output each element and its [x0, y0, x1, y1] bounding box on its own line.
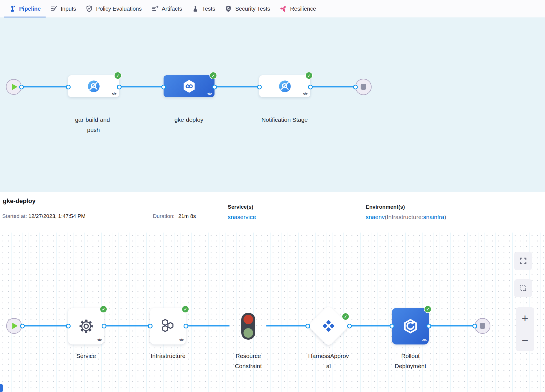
tab-security-tests-label: Security Tests [235, 6, 270, 12]
traffic-light-red [244, 315, 253, 324]
edge [266, 325, 308, 326]
step-label: Infrastructure [147, 351, 189, 361]
tab-tests-label: Tests [202, 6, 215, 12]
started-at-value: 12/27/2023, 1:47:54 PM [28, 213, 86, 219]
pipeline-icon [9, 5, 16, 12]
success-badge: ✓ [342, 313, 349, 320]
yaml-badge: </> [303, 92, 307, 96]
step-card-rollout-deployment[interactable]: </> [392, 308, 429, 344]
port [117, 85, 122, 89]
stage-card-gar-build-and-push[interactable]: </> [68, 75, 119, 97]
environments-value: snaenv(Infrastructure:snainfra) [366, 214, 446, 220]
stage-label: gke-deploy [165, 115, 213, 125]
stage-card-gke-deploy[interactable]: </> [164, 75, 215, 97]
policy-evaluations-icon [86, 5, 93, 12]
duration: Duration: 21m 8s [153, 213, 196, 219]
infrastructure-hexagons-icon [159, 317, 177, 335]
success-badge: ✓ [209, 72, 217, 79]
stage-graph-canvas[interactable] [0, 17, 545, 192]
rollout-deployment-icon [402, 318, 419, 334]
play-icon [12, 323, 18, 329]
step-label: Service [65, 351, 107, 361]
build-stage-icon [87, 80, 100, 93]
tab-tests[interactable]: Tests [187, 0, 220, 17]
select-area-button[interactable] [514, 279, 532, 297]
tests-icon [192, 5, 199, 12]
stop-icon [361, 84, 366, 90]
stage-card-notification-stage[interactable]: </> [259, 75, 310, 97]
fullscreen-icon [519, 256, 528, 265]
tab-resilience-label: Resilience [290, 6, 316, 12]
tab-policy-evaluations[interactable]: Policy Evaluations [81, 0, 146, 17]
infrastructure-prefix: (Infrastructure: [385, 214, 423, 220]
edge [215, 86, 259, 87]
tab-resilience[interactable]: Resilience [275, 0, 321, 17]
success-badge: ✓ [182, 305, 189, 313]
step-card-service[interactable]: </> [68, 308, 104, 344]
yaml-badge: </> [97, 338, 102, 342]
execution-info-bar [0, 192, 545, 232]
artifacts-icon [151, 5, 159, 12]
zoom-out-button[interactable]: − [516, 329, 534, 351]
port [19, 85, 24, 89]
port [390, 324, 394, 328]
duration-value: 21m 8s [178, 213, 196, 219]
started-at: Started at: 12/27/2023, 1:47:54 PM [2, 213, 86, 219]
step-label: HarnessApproval [308, 351, 349, 371]
port [20, 324, 25, 328]
service-link[interactable]: snaservice [228, 214, 256, 220]
started-at-label: Started at: [2, 213, 27, 219]
services-value: snaservice [228, 214, 256, 220]
step-label: Rollout Deployment [389, 351, 432, 371]
step-card-infrastructure[interactable]: </> [150, 308, 186, 344]
duration-label: Duration: [153, 213, 175, 219]
execution-start-node [6, 318, 22, 334]
approval-diamond-icon [321, 318, 336, 334]
fullscreen-button[interactable] [514, 252, 532, 270]
tab-artifacts[interactable]: Artifacts [147, 0, 187, 17]
edge [349, 325, 392, 326]
marquee-select-icon [519, 284, 528, 293]
port [212, 85, 217, 89]
success-badge: ✓ [424, 305, 432, 313]
edge [119, 86, 164, 87]
port [308, 85, 313, 89]
port [148, 324, 153, 328]
zoom-in-button[interactable]: + [516, 307, 534, 329]
custom-stage-icon [278, 80, 292, 93]
port [472, 324, 477, 328]
step-resource-constraint[interactable] [241, 313, 255, 340]
stage-label: Notification Stage [261, 115, 309, 125]
selected-stage-title: gke-deploy [3, 197, 35, 205]
tab-inputs[interactable]: Inputs [46, 0, 81, 17]
yaml-badge: </> [179, 338, 184, 342]
yaml-badge: </> [207, 92, 212, 96]
success-badge: ✓ [100, 305, 107, 313]
tab-pipeline[interactable]: Pipeline [4, 0, 46, 17]
port [257, 85, 262, 89]
execution-tabbar: Pipeline Inputs Policy Evaluations [0, 0, 545, 17]
edge [104, 325, 150, 326]
port [184, 324, 188, 328]
tab-pipeline-label: Pipeline [19, 6, 41, 12]
canvas-scroll-indicator[interactable] [0, 384, 3, 392]
pipeline-execution-page: Pipeline Inputs Policy Evaluations [0, 0, 545, 392]
port [426, 324, 431, 328]
infrastructure-suffix: ) [444, 214, 446, 220]
edge [310, 86, 355, 87]
environment-link[interactable]: snaenv [366, 214, 385, 220]
stage-label: gar-build-and-push [70, 115, 117, 135]
yaml-badge: </> [112, 92, 116, 96]
tab-policy-evaluations-label: Policy Evaluations [96, 6, 142, 12]
deploy-stage-icon [182, 79, 196, 94]
edge [186, 325, 230, 326]
port [161, 85, 166, 89]
tab-security-tests[interactable]: Security Tests [220, 0, 275, 17]
port [102, 324, 106, 328]
port [347, 324, 352, 328]
stop-icon [480, 323, 485, 329]
infrastructure-link[interactable]: snainfra [423, 214, 444, 220]
step-label: Resource Constraint [227, 351, 269, 371]
divider [216, 197, 216, 227]
edge [429, 325, 475, 326]
